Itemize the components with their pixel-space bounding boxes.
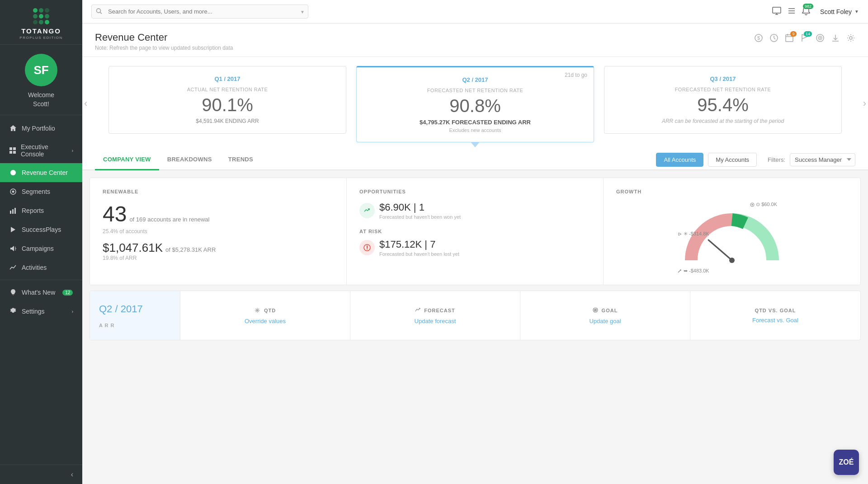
bar-chart-icon — [9, 207, 17, 215]
qtd-link[interactable]: Override values — [245, 318, 286, 324]
all-accounts-toggle[interactable]: All Accounts — [656, 153, 703, 167]
my-accounts-toggle[interactable]: My Accounts — [708, 153, 757, 167]
tab-company-view[interactable]: COMPANY VIEW — [95, 150, 159, 170]
renewable-count-pct: 25.4% of accounts — [103, 228, 334, 235]
success-manager-filter[interactable]: Success Manager — [790, 153, 855, 166]
target-icon[interactable] — [816, 33, 825, 45]
tabs-section: COMPANY VIEW BREAKDOWNS TRENDS All Accou… — [82, 150, 868, 170]
sidebar-collapse-button[interactable]: ‹ — [0, 465, 82, 484]
q3-rate: 95.4% — [615, 95, 830, 115]
trend-icon — [9, 263, 17, 272]
bottom-qtd-vs-goal-cell[interactable]: QTD VS. GOAL Forecast vs. Goal — [690, 291, 860, 340]
revenue-center-header: Revenue Center Note: Refresh the page to… — [82, 23, 868, 57]
svg-point-34 — [820, 38, 821, 38]
forecast-link[interactable]: Update forecast — [415, 318, 456, 324]
collapse-icon: ‹ — [71, 470, 73, 479]
main-area: ▼ 982 Scott Foley ▼ Revenue Center — [82, 0, 868, 484]
goal-title: GOAL — [593, 307, 618, 314]
settings-icon[interactable] — [846, 33, 855, 45]
whats-new-badge: 12 — [62, 290, 73, 296]
quarter-card-q3[interactable]: Q3 / 2017 FORECASTED NET RETENTION RATE … — [604, 66, 842, 134]
calendar-badge: 9 — [790, 31, 797, 37]
page-note: Note: Refresh the page to view updated s… — [95, 45, 233, 51]
svg-rect-9 — [14, 208, 16, 214]
svg-point-49 — [595, 310, 596, 310]
opp-value: $6.90K | 1 — [379, 202, 461, 213]
bottom-goal-cell[interactable]: GOAL Update goal — [520, 291, 690, 340]
calendar-icon[interactable]: 9 — [785, 33, 794, 45]
q2-arr-note: Excludes new accounts — [368, 127, 583, 133]
renewable-count-desc: of 169 accounts are in renewal — [129, 216, 209, 223]
svg-rect-7 — [10, 211, 11, 214]
svg-rect-8 — [12, 209, 14, 214]
search-icon — [96, 8, 102, 15]
logo-sub: PROPLUS EDITION — [19, 36, 62, 40]
search-dropdown-icon[interactable]: ▼ — [300, 9, 305, 14]
growth-label-mid: ✳ -$314.8K — [678, 231, 709, 237]
data-section: RENEWABLE 43 of 169 accounts are in rene… — [90, 178, 861, 285]
logo-dots — [33, 8, 49, 24]
sidebar-item-revenue-center[interactable]: Revenue Center — [0, 163, 82, 182]
renewable-arr-desc: of $5,278.31K ARR — [165, 246, 216, 253]
search-input[interactable] — [91, 5, 308, 19]
topbar: ▼ 982 Scott Foley ▼ — [82, 0, 868, 23]
tab-breakdowns[interactable]: BREAKDOWNS — [159, 150, 220, 170]
sidebar-item-whats-new[interactable]: What's New 12 — [0, 283, 82, 302]
carousel-prev-button[interactable]: ‹ — [82, 98, 89, 109]
notification-badge: 982 — [803, 4, 813, 9]
svg-rect-2 — [9, 151, 12, 154]
renewable-arr-row: $1,047.61K of $5,278.31K ARR — [103, 241, 334, 255]
growth-label-bot: ➥ -$483.0K — [678, 268, 709, 274]
renewable-title: RENEWABLE — [103, 189, 334, 194]
sidebar-item-my-portfolio[interactable]: My Portfolio — [0, 119, 82, 138]
bottom-forecast-cell[interactable]: FORECAST Update forecast — [350, 291, 520, 340]
at-risk-value: $175.12K | 7 — [379, 239, 459, 250]
tab-trends[interactable]: TRENDS — [220, 150, 261, 170]
q3-sub: FORECASTED NET RETENTION RATE — [615, 87, 830, 92]
svg-line-26 — [774, 38, 775, 39]
carousel-next-button[interactable]: › — [861, 98, 868, 109]
goal-icon — [593, 307, 598, 314]
goal-link[interactable]: Update goal — [589, 318, 621, 324]
sidebar-item-executive-console[interactable]: Executive Console › — [0, 138, 82, 163]
sidebar-item-reports[interactable]: Reports — [0, 201, 82, 220]
quarter-card-q1[interactable]: Q1 / 2017 ACTUAL NET RETENTION RATE 90.1… — [108, 66, 346, 134]
list-icon[interactable] — [788, 7, 796, 16]
screen-icon[interactable] — [772, 7, 781, 17]
sidebar-nav: My Portfolio Executive Console › Revenue… — [0, 119, 82, 465]
tabs-right: All Accounts My Accounts Filters: Succes… — [656, 153, 855, 167]
flag-icon[interactable]: 14 — [800, 33, 809, 45]
sidebar-item-activities[interactable]: Activities — [0, 258, 82, 277]
opportunities-icon — [359, 203, 375, 218]
renewable-arr-value: $1,047.61K — [103, 241, 163, 255]
q2-days-left: 21d to go — [565, 72, 587, 78]
user-chevron-icon: ▼ — [854, 9, 859, 14]
quarter-card-q2[interactable]: 21d to go Q2 / 2017 FORECASTED NET RETEN… — [356, 66, 594, 142]
settings-chevron-icon: › — [72, 309, 73, 314]
sidebar-item-campaigns[interactable]: Campaigns — [0, 239, 82, 258]
qtd-vs-goal-link[interactable]: Forecast vs. Goal — [752, 317, 798, 324]
bottom-qtd-cell[interactable]: ✳ QTD Override values — [180, 291, 350, 340]
flag-badge: 14 — [804, 31, 812, 37]
qtd-icon: ✳ — [255, 307, 260, 314]
sidebar-item-segments[interactable]: Segments — [0, 182, 82, 201]
dollar-icon[interactable]: $ — [754, 33, 763, 45]
sidebar-item-settings[interactable]: Settings › — [0, 302, 82, 321]
svg-text:$: $ — [757, 35, 760, 41]
user-area[interactable]: Scott Foley ▼ — [820, 8, 859, 15]
clock-icon[interactable] — [769, 33, 778, 45]
sidebar-item-success-plays[interactable]: SuccessPlays — [0, 220, 82, 239]
notifications-icon[interactable]: 982 — [802, 6, 810, 17]
renewable-column: RENEWABLE 43 of 169 accounts are in rene… — [90, 178, 347, 285]
forecast-title: FORECAST — [415, 307, 455, 314]
quarters-wrapper: ‹ Q1 / 2017 ACTUAL NET RETENTION RATE 90… — [95, 66, 855, 150]
zoe-button[interactable]: ZOÉ — [834, 450, 859, 475]
at-risk-row: $175.12K | 7 Forecasted but haven't been… — [359, 239, 590, 257]
download-icon[interactable] — [831, 33, 840, 45]
qtd-title: ✳ QTD — [255, 307, 276, 314]
welcome-text: Welcome Scott! — [28, 91, 54, 108]
lightbulb-icon — [9, 288, 17, 296]
svg-rect-0 — [9, 147, 12, 150]
circle-icon — [9, 169, 17, 177]
opportunities-title: OPPORTUNITIES — [359, 189, 590, 194]
